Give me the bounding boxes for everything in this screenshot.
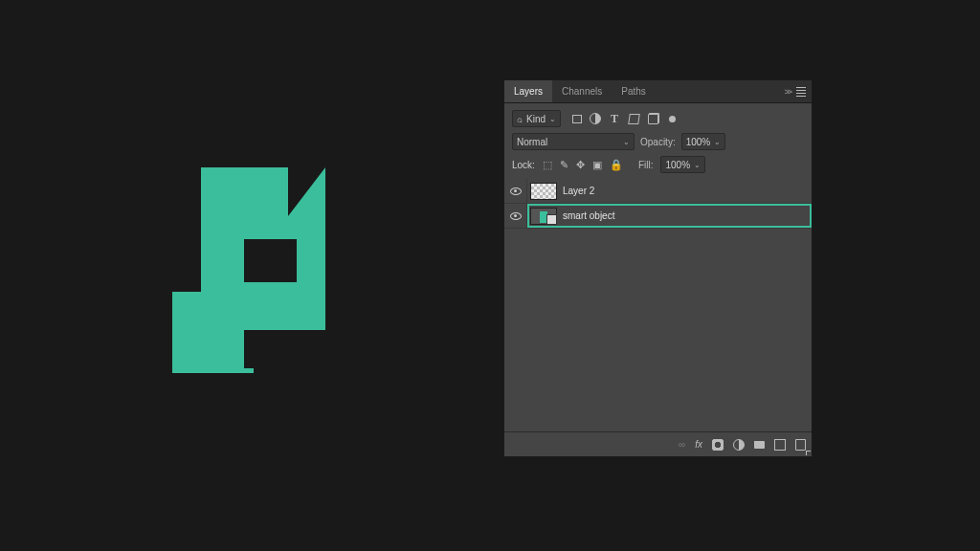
add-mask-icon[interactable] — [712, 439, 724, 451]
filter-adjustment-icon[interactable] — [590, 113, 601, 124]
lock-all-icon[interactable]: 🔒 — [610, 159, 623, 171]
panel-footer: fx — [504, 431, 812, 456]
filter-kind-label: Kind — [526, 114, 546, 124]
lock-transparency-icon[interactable]: ⬚ — [543, 159, 552, 171]
panel-menu-icon[interactable] — [796, 87, 806, 97]
fill-input[interactable]: 100% ⌄ — [660, 156, 705, 173]
collapse-icon[interactable]: >> — [784, 87, 791, 97]
link-layers-icon[interactable] — [679, 439, 685, 450]
eye-icon — [510, 212, 522, 220]
search-icon: ⌕ — [517, 114, 523, 124]
blend-mode-select[interactable]: Normal ⌄ — [512, 133, 635, 150]
opacity-value: 100% — [686, 137, 711, 147]
visibility-toggle[interactable] — [504, 204, 527, 228]
blend-row: Normal ⌄ Opacity: 100% ⌄ — [504, 130, 812, 153]
cutout-bottom — [244, 330, 301, 368]
delete-layer-icon[interactable] — [795, 439, 806, 451]
opacity-input[interactable]: 100% ⌄ — [681, 133, 726, 150]
blend-mode-value: Normal — [517, 137, 547, 147]
fill-label: Fill: — [638, 160, 654, 170]
cutout-top — [244, 239, 297, 282]
layer-style-icon[interactable]: fx — [695, 439, 702, 450]
filter-kind-select[interactable]: ⌕ Kind ⌄ — [512, 110, 561, 127]
chevron-down-icon: ⌄ — [549, 115, 556, 123]
panel-tabs: Layers Channels Paths >> — [504, 80, 812, 103]
layer-row[interactable]: Layer 2 — [504, 179, 812, 204]
lock-row: Lock: ⬚ ✎ ✥ ▣ 🔒 Fill: 100% ⌄ — [504, 153, 812, 179]
lock-artboard-icon[interactable]: ▣ — [592, 159, 602, 171]
layers-list: Layer 2 smart object — [504, 179, 812, 431]
chevron-down-icon: ⌄ — [623, 138, 630, 146]
tab-paths[interactable]: Paths — [612, 80, 656, 102]
lock-label: Lock: — [512, 160, 535, 170]
eye-icon — [510, 187, 522, 195]
layer-thumbnail-smartobject[interactable] — [530, 208, 557, 225]
filter-shape-icon[interactable] — [628, 113, 639, 124]
layer-name-label: smart object — [563, 210, 614, 221]
filter-pixel-icon[interactable] — [572, 115, 582, 123]
tab-layers[interactable]: Layers — [504, 80, 552, 102]
layers-panel: Layers Channels Paths >> ⌕ Kind ⌄ T Norm… — [503, 79, 813, 457]
chevron-down-icon: ⌄ — [714, 138, 721, 146]
smart-object-artwork — [172, 167, 364, 397]
layer-name-label: Layer 2 — [563, 186, 594, 196]
layer-thumbnail[interactable] — [530, 183, 557, 200]
opacity-label: Opacity: — [640, 137, 676, 147]
document-corner — [288, 167, 325, 216]
layer-row[interactable]: smart object — [504, 204, 812, 229]
filter-type-icon[interactable]: T — [609, 113, 620, 124]
new-group-icon[interactable] — [754, 441, 765, 449]
adjustment-layer-icon[interactable] — [733, 439, 745, 451]
filter-dot-icon[interactable] — [666, 113, 678, 124]
overlap-square — [172, 292, 254, 373]
lock-image-icon[interactable]: ✎ — [560, 159, 568, 171]
fill-value: 100% — [665, 160, 690, 170]
new-layer-icon[interactable] — [774, 439, 786, 451]
filter-row: ⌕ Kind ⌄ T — [504, 107, 812, 130]
filter-smartobject-icon[interactable] — [647, 113, 658, 124]
tab-channels[interactable]: Channels — [552, 80, 612, 102]
chevron-down-icon: ⌄ — [694, 161, 701, 169]
visibility-toggle[interactable] — [504, 179, 527, 203]
lock-position-icon[interactable]: ✥ — [576, 159, 585, 171]
